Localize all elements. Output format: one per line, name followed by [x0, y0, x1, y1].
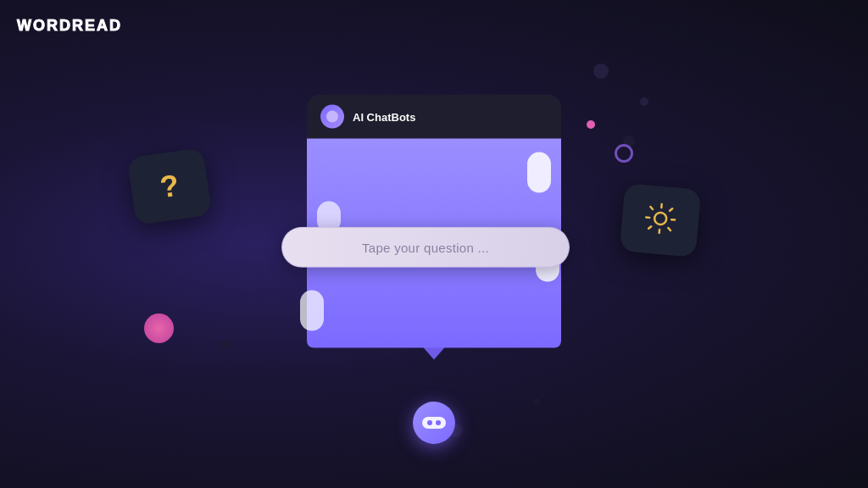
- bot-eye-right: [436, 420, 441, 425]
- message-bubble-1: [527, 152, 551, 193]
- gear-card: [620, 183, 702, 258]
- deco-dot-pink: [587, 120, 595, 129]
- gear-icon: [642, 200, 679, 240]
- avatar-inner: [326, 111, 338, 123]
- question-card: ?: [127, 147, 212, 225]
- chat-pointer: [422, 347, 446, 360]
- message-bubble-4: [300, 291, 324, 331]
- deco-dot-6: [534, 398, 541, 405]
- deco-ring-purple: [615, 144, 633, 163]
- app-logo: WORDREAD: [17, 17, 122, 35]
- deco-pink-glow: [144, 313, 174, 343]
- chat-window-wrapper: AI ChatBots: [298, 219, 570, 268]
- bot-eye-left: [427, 420, 432, 425]
- bot-face: [422, 417, 446, 429]
- chat-header: AI ChatBots: [307, 95, 561, 139]
- chat-input-bar: Tape your question ...: [298, 227, 570, 268]
- deco-dot-1: [593, 64, 609, 79]
- question-mark-icon: ?: [158, 168, 181, 206]
- chat-avatar: [320, 105, 344, 129]
- chat-input-field[interactable]: Tape your question ...: [281, 227, 570, 268]
- chat-center-container: AI ChatBots: [298, 219, 570, 268]
- chat-pointer-container: [307, 348, 561, 360]
- bot-icon: [413, 402, 455, 444]
- chat-input-placeholder: Tape your question ...: [362, 240, 489, 254]
- chat-title: AI ChatBots: [353, 110, 415, 123]
- deco-dot-2: [640, 97, 648, 106]
- deco-dot-4: [220, 339, 231, 349]
